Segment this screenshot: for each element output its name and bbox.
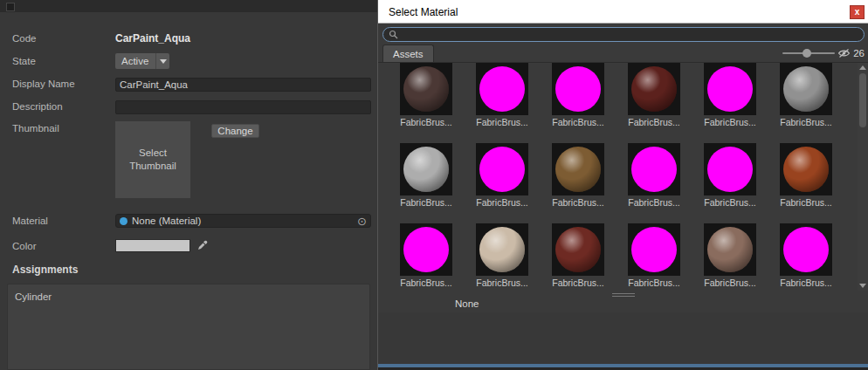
material-preview[interactable] bbox=[400, 143, 452, 195]
assignments-header: Assignments bbox=[12, 264, 78, 276]
tab-assets[interactable]: Assets bbox=[382, 45, 434, 63]
material-item[interactable]: FabricBrus... bbox=[780, 143, 832, 208]
assignment-item[interactable]: Cylinder bbox=[8, 289, 369, 305]
material-sphere-icon bbox=[479, 227, 525, 272]
vertical-scrollbar[interactable] bbox=[858, 63, 868, 291]
material-preview[interactable] bbox=[628, 223, 680, 276]
thumbnail-label: Thumbnail bbox=[12, 123, 59, 134]
window-title: Select Material bbox=[389, 6, 458, 18]
material-preview[interactable] bbox=[552, 63, 604, 115]
inspector-panel: Code CarPaint_Aqua State Active Display … bbox=[0, 0, 377, 370]
material-object-field[interactable]: None (Material) ⊙ bbox=[115, 214, 371, 228]
display-name-field[interactable]: CarPaint_Aqua bbox=[115, 78, 371, 92]
select-thumbnail-box[interactable]: Select Thumbnail bbox=[115, 121, 190, 198]
material-sphere-icon bbox=[707, 66, 753, 112]
material-sphere-icon bbox=[403, 227, 449, 272]
search-input[interactable] bbox=[402, 30, 858, 40]
material-preview[interactable] bbox=[552, 143, 604, 195]
scroll-up-icon[interactable] bbox=[859, 65, 866, 70]
material-item[interactable]: FabricBrus... bbox=[400, 143, 452, 208]
color-label: Color bbox=[12, 241, 36, 251]
material-item[interactable]: FabricBrus... bbox=[476, 63, 528, 127]
search-field[interactable] bbox=[382, 27, 865, 42]
eyedropper-icon[interactable] bbox=[195, 239, 209, 252]
material-sphere-icon bbox=[479, 147, 525, 192]
window-titlebar[interactable]: Select Material x bbox=[378, 0, 868, 24]
code-value: CarPaint_Aqua bbox=[115, 32, 190, 45]
material-item[interactable]: FabricBrus... bbox=[704, 143, 756, 208]
material-preview[interactable] bbox=[704, 223, 756, 276]
assignments-list: Cylinder bbox=[7, 284, 370, 370]
change-button[interactable]: Change bbox=[211, 124, 259, 138]
material-sphere-icon bbox=[631, 227, 677, 272]
material-preview[interactable] bbox=[704, 143, 756, 195]
description-field[interactable] bbox=[115, 100, 371, 114]
material-sphere-icon bbox=[707, 147, 753, 192]
state-label: State bbox=[12, 56, 36, 66]
material-label: FabricBrus... bbox=[628, 278, 680, 288]
inspector-topbar-icon bbox=[6, 3, 15, 11]
material-sphere-icon bbox=[631, 66, 677, 112]
material-preview[interactable] bbox=[552, 223, 604, 276]
material-item[interactable]: FabricBrus... bbox=[400, 223, 452, 288]
material-preview[interactable] bbox=[628, 143, 680, 195]
material-item[interactable]: FabricBrus... bbox=[400, 63, 452, 127]
material-sphere-icon bbox=[479, 66, 525, 112]
material-preview[interactable] bbox=[400, 223, 452, 276]
slider-handle[interactable] bbox=[803, 49, 811, 58]
material-item[interactable]: FabricBrus... bbox=[552, 143, 604, 208]
material-item[interactable]: FabricBrus... bbox=[476, 143, 528, 208]
material-label: FabricBrus... bbox=[704, 117, 756, 127]
material-sphere-icon bbox=[555, 227, 601, 272]
material-item[interactable]: FabricBrus... bbox=[780, 63, 832, 127]
material-label: FabricBrus... bbox=[780, 278, 832, 288]
material-sphere-icon bbox=[403, 66, 449, 112]
material-label: FabricBrus... bbox=[476, 278, 528, 288]
material-label: FabricBrus... bbox=[780, 117, 832, 127]
code-label: Code bbox=[12, 33, 37, 44]
material-value: None (Material) bbox=[132, 216, 357, 226]
material-label: FabricBrus... bbox=[400, 117, 452, 127]
material-preview[interactable] bbox=[780, 223, 832, 276]
material-preview[interactable] bbox=[780, 143, 832, 195]
material-preview[interactable] bbox=[780, 63, 832, 115]
picker-body: Assets 26 FabricBrus...FabricBrus...Fabr… bbox=[378, 24, 868, 370]
select-material-window: Select Material x Assets bbox=[377, 0, 868, 370]
material-item[interactable]: FabricBrus... bbox=[552, 63, 604, 127]
scroll-down-icon[interactable] bbox=[859, 284, 866, 288]
close-button[interactable]: x bbox=[850, 5, 865, 19]
material-preview[interactable] bbox=[628, 63, 680, 115]
material-item[interactable]: FabricBrus... bbox=[704, 223, 756, 288]
state-value: Active bbox=[115, 53, 155, 69]
state-dropdown-arrow[interactable] bbox=[155, 53, 169, 69]
material-preview[interactable] bbox=[476, 63, 528, 115]
material-label: FabricBrus... bbox=[552, 197, 604, 208]
material-item[interactable]: FabricBrus... bbox=[628, 223, 680, 288]
material-item[interactable]: FabricBrus... bbox=[476, 223, 528, 288]
color-swatch[interactable] bbox=[115, 239, 190, 252]
material-sphere-icon bbox=[555, 66, 601, 112]
material-sphere-icon bbox=[631, 147, 677, 192]
material-item[interactable]: FabricBrus... bbox=[628, 63, 680, 127]
material-preview[interactable] bbox=[704, 63, 756, 115]
scrollbar-thumb[interactable] bbox=[859, 73, 866, 127]
material-sphere-icon bbox=[783, 227, 829, 272]
material-preview[interactable] bbox=[476, 223, 528, 276]
chevron-down-icon bbox=[160, 59, 167, 64]
material-item[interactable]: FabricBrus... bbox=[704, 63, 756, 127]
description-label: Description bbox=[12, 101, 63, 112]
material-item[interactable]: FabricBrus... bbox=[628, 143, 680, 208]
material-preview[interactable] bbox=[400, 63, 452, 115]
materials-grid: FabricBrus...FabricBrus...FabricBrus...F… bbox=[400, 63, 837, 288]
material-sphere-icon bbox=[707, 227, 753, 272]
material-item[interactable]: FabricBrus... bbox=[780, 223, 832, 288]
preview-area bbox=[378, 312, 868, 364]
material-item[interactable]: FabricBrus... bbox=[552, 223, 604, 288]
state-dropdown[interactable]: Active bbox=[115, 53, 169, 69]
object-picker-icon[interactable]: ⊙ bbox=[357, 216, 367, 227]
material-preview[interactable] bbox=[476, 143, 528, 195]
material-type-icon bbox=[120, 217, 127, 225]
selected-object-name: None bbox=[455, 298, 479, 309]
material-label: FabricBrus... bbox=[552, 278, 604, 288]
thumbnail-size-slider[interactable] bbox=[782, 52, 835, 54]
